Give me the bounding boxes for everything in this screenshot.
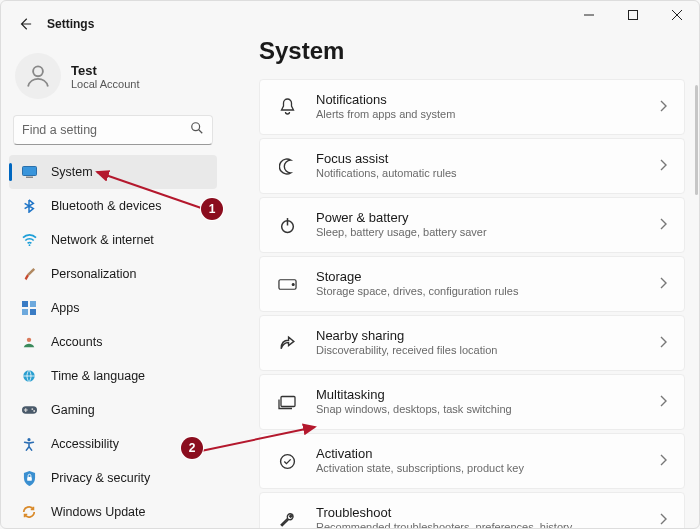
svg-rect-12	[22, 309, 28, 315]
page-title: System	[259, 37, 685, 65]
back-button[interactable]	[15, 14, 35, 34]
svg-rect-13	[30, 309, 36, 315]
wrench-icon	[276, 512, 298, 529]
sidebar-item-windows-update[interactable]: Windows Update	[9, 495, 217, 529]
sidebar-item-label: Gaming	[51, 403, 95, 417]
card-subtitle: Sleep, battery usage, battery saver	[316, 226, 660, 240]
storage-icon	[276, 278, 298, 291]
svg-point-4	[33, 66, 43, 76]
sidebar-item-bluetooth[interactable]: Bluetooth & devices	[9, 189, 217, 223]
avatar	[15, 53, 61, 99]
sidebar-item-label: Accounts	[51, 335, 102, 349]
sidebar-item-label: Time & language	[51, 369, 145, 383]
sidebar-item-gaming[interactable]: Gaming	[9, 393, 217, 427]
bell-icon	[276, 98, 298, 116]
card-title: Multitasking	[316, 387, 660, 403]
card-power-battery[interactable]: Power & batterySleep, battery usage, bat…	[259, 197, 685, 253]
scrollbar-thumb[interactable]	[695, 85, 698, 195]
gaming-icon	[21, 402, 37, 418]
card-storage[interactable]: StorageStorage space, drives, configurat…	[259, 256, 685, 312]
card-title: Notifications	[316, 92, 660, 108]
chevron-right-icon	[660, 98, 668, 116]
chevron-right-icon	[660, 275, 668, 293]
card-title: Activation	[316, 446, 660, 462]
sidebar-item-network[interactable]: Network & internet	[9, 223, 217, 257]
search-input[interactable]	[22, 123, 190, 137]
multitask-icon	[276, 395, 298, 410]
svg-rect-1	[629, 11, 638, 20]
sidebar-item-system[interactable]: System	[9, 155, 217, 189]
svg-rect-25	[281, 396, 295, 406]
svg-point-5	[192, 123, 200, 131]
card-activation[interactable]: ActivationActivation state, subscription…	[259, 433, 685, 489]
card-subtitle: Snap windows, desktops, task switching	[316, 403, 660, 417]
check-badge-icon	[276, 453, 298, 470]
accounts-icon	[21, 334, 37, 350]
chevron-right-icon	[660, 334, 668, 352]
sidebar-item-accounts[interactable]: Accounts	[9, 325, 217, 359]
sidebar-item-label: Windows Update	[51, 505, 146, 519]
account-block[interactable]: Test Local Account	[9, 43, 217, 113]
account-name: Test	[71, 63, 140, 78]
apps-icon	[21, 300, 37, 316]
svg-point-18	[33, 410, 35, 412]
card-subtitle: Alerts from apps and system	[316, 108, 660, 122]
svg-point-17	[31, 408, 33, 410]
minimize-button[interactable]	[567, 1, 611, 29]
bluetooth-icon	[21, 198, 37, 214]
update-icon	[21, 504, 37, 520]
svg-rect-11	[30, 301, 36, 307]
card-focus-assist[interactable]: Focus assistNotifications, automatic rul…	[259, 138, 685, 194]
annotation-marker-1: 1	[201, 198, 223, 220]
wifi-icon	[21, 232, 37, 248]
chevron-right-icon	[660, 511, 668, 528]
card-subtitle: Notifications, automatic rules	[316, 167, 660, 181]
card-subtitle: Activation state, subscriptions, product…	[316, 462, 660, 476]
card-nearby-sharing[interactable]: Nearby sharingDiscoverability, received …	[259, 315, 685, 371]
card-multitasking[interactable]: MultitaskingSnap windows, desktops, task…	[259, 374, 685, 430]
svg-rect-10	[22, 301, 28, 307]
sidebar-item-privacy[interactable]: Privacy & security	[9, 461, 217, 495]
shield-icon	[21, 470, 37, 486]
svg-rect-20	[27, 477, 32, 481]
card-title: Storage	[316, 269, 660, 285]
sidebar-item-label: Accessibility	[51, 437, 119, 451]
search-icon	[190, 121, 204, 139]
sidebar-item-label: Privacy & security	[51, 471, 150, 485]
search-box[interactable]	[13, 115, 213, 145]
sidebar-item-personalization[interactable]: Personalization	[9, 257, 217, 291]
close-button[interactable]	[655, 1, 699, 29]
chevron-right-icon	[660, 216, 668, 234]
svg-point-24	[292, 283, 294, 285]
svg-point-14	[27, 338, 31, 342]
moon-icon	[276, 158, 298, 175]
maximize-button[interactable]	[611, 1, 655, 29]
card-notifications[interactable]: NotificationsAlerts from apps and system	[259, 79, 685, 135]
settings-window: Settings Test Local Account	[0, 0, 700, 529]
sidebar-item-label: System	[51, 165, 93, 179]
card-title: Troubleshoot	[316, 505, 660, 521]
annotation-marker-2: 2	[181, 437, 203, 459]
settings-list: NotificationsAlerts from apps and system…	[259, 79, 685, 528]
sidebar-item-time-language[interactable]: Time & language	[9, 359, 217, 393]
chevron-right-icon	[660, 157, 668, 175]
globe-icon	[21, 368, 37, 384]
accessibility-icon	[21, 436, 37, 452]
sidebar-item-label: Apps	[51, 301, 80, 315]
sidebar-item-label: Bluetooth & devices	[51, 199, 162, 213]
main-content: System NotificationsAlerts from apps and…	[223, 35, 699, 528]
svg-line-6	[199, 130, 203, 134]
sidebar-item-apps[interactable]: Apps	[9, 291, 217, 325]
chevron-right-icon	[660, 393, 668, 411]
svg-point-9	[28, 244, 30, 246]
card-subtitle: Discoverability, received files location	[316, 344, 660, 358]
card-title: Nearby sharing	[316, 328, 660, 344]
card-troubleshoot[interactable]: TroubleshootRecommended troubleshooters,…	[259, 492, 685, 528]
share-icon	[276, 335, 298, 352]
brush-icon	[21, 266, 37, 282]
sidebar-item-label: Network & internet	[51, 233, 154, 247]
card-title: Power & battery	[316, 210, 660, 226]
card-title: Focus assist	[316, 151, 660, 167]
svg-point-19	[27, 438, 30, 441]
card-subtitle: Recommended troubleshooters, preferences…	[316, 521, 660, 528]
